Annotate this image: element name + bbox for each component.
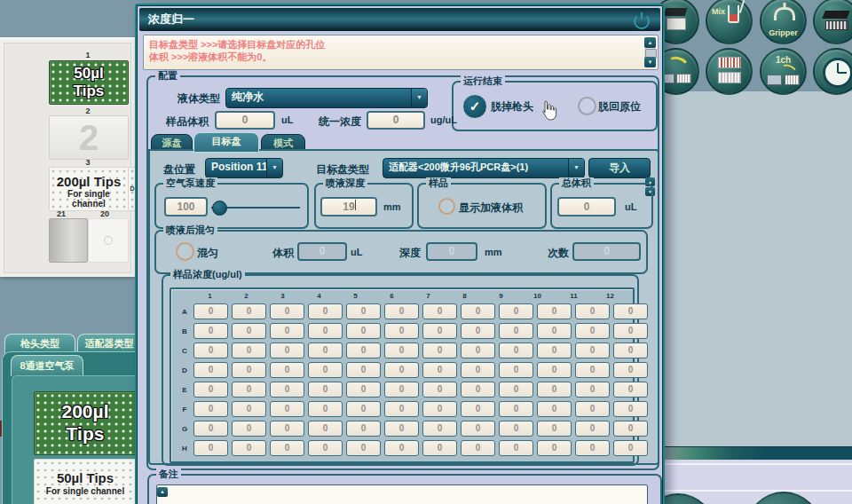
well-input[interactable]: 0 [499,440,533,456]
well-input[interactable]: 0 [232,382,266,398]
well-input[interactable]: 0 [308,323,343,339]
mix-button[interactable]: Mix [706,0,753,44]
well-input[interactable]: 0 [422,382,457,398]
pump-speed-input[interactable]: 100 [164,197,208,217]
well-input[interactable]: 0 [613,421,648,437]
well-input[interactable]: 0 [193,401,228,417]
well-input[interactable]: 0 [422,440,457,456]
well-input[interactable]: 0 [575,323,610,339]
well-input[interactable]: 0 [461,401,495,417]
well-input[interactable]: 0 [232,440,266,456]
deck-slot-20[interactable] [88,218,129,263]
deck-slot-2[interactable]: 2 [49,115,129,160]
well-input[interactable]: 0 [575,303,610,319]
well-input[interactable]: 0 [461,303,495,319]
show-volume-radio[interactable] [438,198,455,215]
well-input[interactable]: 0 [193,421,228,437]
well-input[interactable]: 0 [270,401,304,417]
well-input[interactable]: 0 [346,343,381,358]
timer-button[interactable] [813,48,852,95]
well-input[interactable]: 0 [346,440,381,456]
well-input[interactable]: 0 [384,401,419,417]
plate-position-dropdown[interactable]: Position 11 ▼ [205,158,283,178]
tab-tip-type[interactable]: 枪头类型 [4,334,75,353]
well-input[interactable]: 0 [461,440,495,456]
tab-8ch-air-pump[interactable]: 8通道空气泵 [11,355,83,376]
well-input[interactable]: 0 [613,303,648,319]
scroll-down-icon[interactable]: ▼ [644,57,656,67]
well-input[interactable]: 0 [384,303,419,319]
well-input[interactable]: 0 [422,343,457,358]
well-input[interactable]: 0 [422,421,457,437]
well-input[interactable]: 0 [461,362,495,378]
pump-plate-50ul-tips[interactable]: 50µl Tips For single channel [34,459,137,504]
plate-type-dropdown[interactable]: 适配器<200微升96孔PCR盘>(1) ▼ [383,158,585,178]
well-input[interactable]: 0 [613,362,648,378]
well-input[interactable]: 0 [384,440,419,456]
chevron-down-icon[interactable]: ▼ [568,159,584,177]
well-input[interactable]: 0 [613,343,648,358]
drop-tip-checkbox[interactable]: ✓ [462,94,487,119]
well-input[interactable]: 0 [384,382,419,398]
well-input[interactable]: 0 [422,323,457,339]
well-input[interactable]: 0 [193,362,228,378]
well-input[interactable]: 0 [193,382,228,398]
well-input[interactable]: 0 [346,362,381,378]
well-input[interactable]: 0 [308,303,343,319]
well-input[interactable]: 0 [270,343,304,358]
well-input[interactable]: 0 [232,401,266,417]
well-input[interactable]: 0 [270,323,304,339]
well-input[interactable]: 0 [613,323,648,339]
remark-scroll-up-icon[interactable]: ▲ [157,487,168,497]
well-input[interactable]: 0 [193,440,228,456]
well-input[interactable]: 0 [270,382,304,398]
well-input[interactable]: 0 [575,440,610,456]
well-input[interactable]: 0 [461,382,495,398]
well-input[interactable]: 0 [270,303,304,319]
well-input[interactable]: 0 [422,303,457,319]
well-input[interactable]: 0 [232,343,266,358]
well-input[interactable]: 0 [270,440,304,456]
well-input[interactable]: 0 [575,362,610,378]
plate-columns-button[interactable] [706,48,753,95]
well-input[interactable]: 0 [537,401,572,417]
well-input[interactable]: 0 [384,362,419,378]
chevron-down-icon[interactable]: ▼ [266,159,282,177]
well-input[interactable]: 0 [232,362,266,378]
import-button[interactable]: 导入 [588,158,651,178]
well-input[interactable]: 0 [308,401,343,417]
one-channel-button[interactable]: 1ch [760,48,807,95]
well-input[interactable]: 0 [461,343,495,358]
well-input[interactable]: 0 [384,343,419,358]
well-input[interactable]: 0 [308,362,343,378]
well-input[interactable]: 0 [537,323,572,339]
well-input[interactable]: 0 [537,303,572,319]
well-input[interactable]: 0 [422,401,457,417]
well-input[interactable]: 0 [499,362,533,378]
well-input[interactable]: 0 [461,421,495,437]
well-input[interactable]: 0 [499,343,533,358]
well-input[interactable]: 0 [499,382,533,398]
total-volume-input[interactable]: 0 [557,197,616,217]
pump-plate-200ul-tips[interactable]: 200µl Tips [34,391,137,455]
well-input[interactable]: 0 [193,323,228,339]
chevron-down-icon[interactable]: ▼ [411,89,427,107]
remark-textarea[interactable]: ▲ [156,484,648,504]
well-input[interactable]: 0 [232,303,266,319]
well-input[interactable]: 0 [308,343,343,358]
well-input[interactable]: 0 [193,343,228,358]
well-input[interactable]: 0 [422,362,457,378]
well-input[interactable]: 0 [537,343,572,358]
well-input[interactable]: 0 [346,421,381,437]
deck-slot-200ul-tips[interactable]: 200µl Tips For single channel [49,167,129,211]
well-input[interactable]: 0 [384,421,419,437]
gripper-button[interactable]: Gripper [760,0,807,44]
well-input[interactable]: 0 [461,323,495,339]
dispense-depth-input[interactable]: 19 [320,197,377,217]
uniform-conc-input[interactable]: 0 [367,111,425,130]
well-input[interactable]: 0 [270,362,304,378]
well-input[interactable]: 0 [613,401,648,417]
well-input[interactable]: 0 [346,303,381,319]
well-input[interactable]: 0 [537,440,572,456]
well-input[interactable]: 0 [346,323,381,339]
